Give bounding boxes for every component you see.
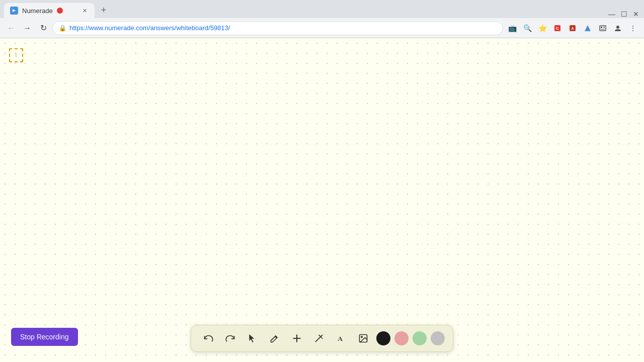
- svg-rect-8: [603, 28, 605, 28]
- extension-icon-1[interactable]: C: [550, 21, 565, 35]
- maximize-button[interactable]: ☐: [620, 10, 628, 18]
- selection-indicator: I: [9, 48, 23, 62]
- svg-text:A: A: [338, 335, 343, 342]
- tab-favicon: [10, 7, 18, 15]
- tab-recording-indicator: [57, 8, 63, 14]
- svg-rect-6: [601, 27, 602, 28]
- browser-chrome: Numerade ✕ + — ☐ ✕ ← → ↻ 🔒 https://www.n…: [0, 0, 644, 38]
- pen-tool[interactable]: [266, 329, 284, 347]
- color-pink[interactable]: [394, 331, 409, 345]
- stop-recording-button[interactable]: Stop Recording: [11, 328, 78, 346]
- svg-rect-7: [603, 27, 605, 27]
- active-tab[interactable]: Numerade ✕: [4, 3, 95, 18]
- svg-rect-9: [601, 29, 605, 30]
- svg-line-13: [315, 335, 322, 341]
- new-tab-button[interactable]: +: [97, 3, 111, 17]
- tab-title: Numerade: [22, 7, 53, 15]
- extension-icon-4[interactable]: [596, 21, 610, 35]
- svg-point-17: [361, 336, 363, 338]
- lock-icon: 🔒: [59, 25, 66, 32]
- tab-bar: Numerade ✕ + — ☐ ✕: [0, 0, 644, 18]
- browser-toolbar-icons: 📺 🔍 ⭐ C A: [505, 21, 640, 35]
- minimize-button[interactable]: —: [608, 10, 616, 18]
- bookmark-icon[interactable]: ⭐: [535, 21, 549, 35]
- profile-icon[interactable]: [611, 21, 625, 35]
- svg-point-10: [616, 26, 619, 29]
- forward-button[interactable]: →: [20, 21, 34, 35]
- add-tool[interactable]: [288, 329, 306, 347]
- color-gray[interactable]: [431, 331, 445, 345]
- image-tool[interactable]: [354, 329, 372, 347]
- color-green[interactable]: [413, 331, 427, 345]
- extension-icon-3[interactable]: [581, 21, 595, 35]
- color-black[interactable]: [376, 331, 390, 345]
- svg-text:A: A: [571, 27, 574, 30]
- close-button[interactable]: ✕: [632, 10, 640, 18]
- menu-icon[interactable]: ⋮: [626, 21, 640, 35]
- select-tool[interactable]: [244, 329, 262, 347]
- svg-text:C: C: [556, 26, 559, 31]
- address-bar-row: ← → ↻ 🔒 https://www.numerade.com/answers…: [0, 18, 644, 38]
- back-button[interactable]: ←: [4, 21, 18, 35]
- window-controls: — ☐ ✕: [608, 10, 640, 18]
- eraser-tool[interactable]: [310, 329, 328, 347]
- undo-tool[interactable]: [199, 329, 217, 347]
- svg-rect-5: [600, 26, 606, 31]
- bottom-toolbar: A: [191, 325, 453, 352]
- redo-tool[interactable]: [221, 329, 239, 347]
- svg-marker-4: [585, 25, 591, 31]
- text-tool[interactable]: A: [332, 329, 350, 347]
- address-input[interactable]: 🔒 https://www.numerade.com/answers/white…: [52, 21, 503, 35]
- url-text: https://www.numerade.com/answers/whitebo…: [69, 24, 497, 32]
- extension-icon-2[interactable]: A: [566, 21, 580, 35]
- cursor-label: I: [16, 53, 17, 58]
- refresh-button[interactable]: ↻: [36, 21, 50, 35]
- search-icon[interactable]: 🔍: [520, 21, 534, 35]
- cast-icon[interactable]: 📺: [505, 21, 519, 35]
- whiteboard[interactable]: I Stop Recording: [0, 38, 644, 362]
- tab-close-button[interactable]: ✕: [80, 7, 89, 15]
